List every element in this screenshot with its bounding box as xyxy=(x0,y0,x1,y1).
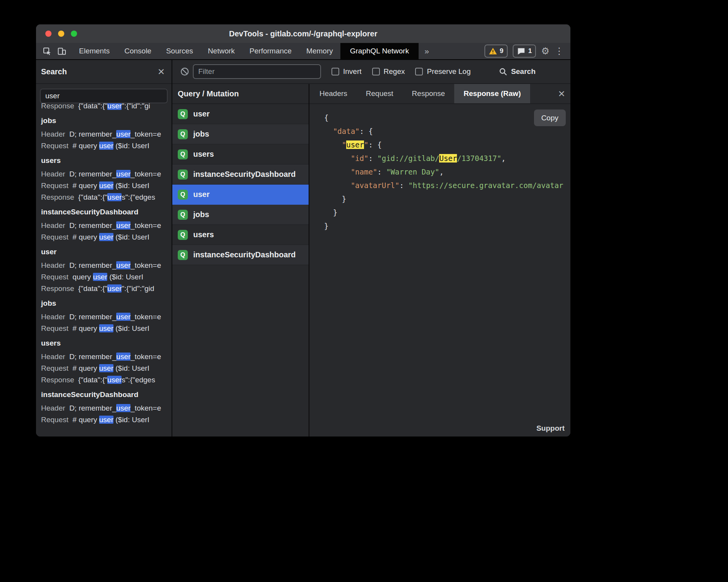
json-line: { xyxy=(324,111,570,125)
search-panel-header: Search × xyxy=(36,60,172,84)
json-line: "avatarUrl": "https://secure.gravatar.co… xyxy=(324,179,570,192)
titlebar: DevTools - gitlab.com/-/graphql-explorer xyxy=(36,24,570,43)
response-tabs: Headers Request Response Response (Raw) … xyxy=(309,84,570,104)
query-badge-icon: Q xyxy=(178,169,188,180)
query-label: users xyxy=(193,150,214,159)
json-line: "user": { xyxy=(324,138,570,152)
tab-sources[interactable]: Sources xyxy=(159,43,201,59)
tab-response[interactable]: Response xyxy=(403,84,455,103)
search-result-line[interactable]: Request query user ($id: UserI xyxy=(41,271,172,283)
preserve-log-label: Preserve Log xyxy=(427,67,470,76)
search-result-line[interactable]: Request # query user ($id: UserI xyxy=(41,140,172,152)
checkbox-box xyxy=(331,68,339,75)
search-input[interactable] xyxy=(40,89,168,103)
search-toggle[interactable]: Search xyxy=(498,67,536,76)
support-link[interactable]: Support xyxy=(536,424,565,433)
close-detail-icon[interactable]: × xyxy=(558,88,565,99)
tab-console[interactable]: Console xyxy=(117,43,159,59)
search-result-line[interactable]: Response {"data":{"users":{"edges xyxy=(41,374,172,386)
close-window-button[interactable] xyxy=(45,31,52,37)
content: Search × Response {"data":{"user":{"id":… xyxy=(36,60,570,436)
search-result-line[interactable]: Response {"data":{"users":{"edges xyxy=(41,192,172,203)
search-result-group: jobs Header D; remember_user_token=e Req… xyxy=(41,298,172,334)
query-list-item[interactable]: Q jobs xyxy=(172,205,309,225)
search-result-line[interactable]: Response {"data":{"user":{"id":"gi xyxy=(41,103,172,112)
search-result-line[interactable]: Request # query user ($id: UserI xyxy=(41,231,172,243)
toolbar-right: 9 1 ⚙ ⋮ xyxy=(484,43,570,59)
issue-count: 1 xyxy=(528,47,532,55)
query-list-item[interactable]: Q user xyxy=(172,104,309,124)
response-raw-view: Copy { "data": { "user": { "id": "gid://… xyxy=(309,104,570,436)
regex-checkbox[interactable]: Regex xyxy=(372,67,405,76)
search-result-line[interactable]: Header D; remember_user_token=e xyxy=(41,168,172,180)
search-result-group: instanceSecurityDashboard Header D; reme… xyxy=(41,389,172,426)
search-result-group: user Header D; remember_user_token=e Req… xyxy=(41,246,172,294)
result-group-title: users xyxy=(41,155,172,166)
inspect-element-icon[interactable] xyxy=(41,43,53,59)
copy-button[interactable]: Copy xyxy=(534,110,566,126)
query-label: jobs xyxy=(193,130,209,139)
query-list-header: Query / Mutation xyxy=(172,84,309,104)
toolbar-tabs: Elements Console Sources Network Perform… xyxy=(72,43,435,59)
search-result-line[interactable]: Request # query user ($id: UserI xyxy=(41,323,172,334)
tab-request[interactable]: Request xyxy=(357,84,403,103)
query-list-panel: Query / Mutation Q user Q jobs Q users xyxy=(172,84,309,436)
query-list-item[interactable]: Q users xyxy=(172,225,309,245)
screen: DevTools - gitlab.com/-/graphql-explorer… xyxy=(0,0,728,582)
warnings-badge[interactable]: 9 xyxy=(484,45,508,58)
checkbox-box xyxy=(415,68,423,75)
device-toolbar-icon[interactable] xyxy=(55,43,68,59)
clear-icon[interactable] xyxy=(180,67,190,77)
search-result-line[interactable]: Request # query user ($id: UserI xyxy=(41,363,172,374)
tab-response-raw[interactable]: Response (Raw) xyxy=(454,84,530,103)
tab-network[interactable]: Network xyxy=(201,43,242,59)
result-group-title: users xyxy=(41,337,172,349)
tab-graphql-network[interactable]: GraphQL Network xyxy=(340,43,419,59)
more-tabs-icon[interactable]: » xyxy=(419,43,435,59)
issues-badge[interactable]: 1 xyxy=(513,45,536,58)
devtools-toolbar: Elements Console Sources Network Perform… xyxy=(36,43,570,60)
window-title: DevTools - gitlab.com/-/graphql-explorer xyxy=(36,29,570,38)
search-icon xyxy=(498,67,508,76)
query-list-item[interactable]: Q jobs xyxy=(172,124,309,144)
invert-checkbox[interactable]: Invert xyxy=(331,67,362,76)
query-list-item[interactable]: Q instanceSecurityDashboard xyxy=(172,245,309,265)
traffic-lights xyxy=(45,31,77,37)
search-result-line[interactable]: Header D; remember_user_token=e xyxy=(41,351,172,363)
tab-headers[interactable]: Headers xyxy=(310,84,357,103)
tab-elements[interactable]: Elements xyxy=(72,43,117,59)
json-line: } xyxy=(324,206,570,219)
settings-gear-icon[interactable]: ⚙ xyxy=(541,46,549,56)
query-list-item-selected[interactable]: Q user xyxy=(172,185,309,205)
search-box-wrap xyxy=(36,84,172,103)
filter-input[interactable] xyxy=(193,64,321,79)
close-search-icon[interactable]: × xyxy=(158,66,165,77)
minimize-window-button[interactable] xyxy=(58,31,64,37)
result-group-title: user xyxy=(41,246,172,258)
fullscreen-window-button[interactable] xyxy=(71,31,77,37)
invert-label: Invert xyxy=(343,67,362,76)
search-result-line[interactable]: Header D; remember_user_token=e xyxy=(41,402,172,414)
search-result-line[interactable]: Header D; remember_user_token=e xyxy=(41,311,172,323)
search-result-line[interactable]: Header D; remember_user_token=e xyxy=(41,260,172,271)
query-list-item[interactable]: Q users xyxy=(172,144,309,164)
search-result-line[interactable]: Request # query user ($id: UserI xyxy=(41,414,172,426)
search-panel: Search × Response {"data":{"user":{"id":… xyxy=(36,60,172,436)
query-badge-icon: Q xyxy=(178,190,188,200)
more-menu-icon[interactable]: ⋮ xyxy=(555,46,564,56)
search-result-line[interactable]: Response {"data":{"user":{"id":"gid xyxy=(41,283,172,294)
search-result-line[interactable]: Request # query user ($id: UserI xyxy=(41,180,172,192)
search-result-line[interactable]: Header D; remember_user_token=e xyxy=(41,128,172,140)
search-result-group: instanceSecurityDashboard Header D; reme… xyxy=(41,206,172,243)
tab-memory[interactable]: Memory xyxy=(299,43,340,59)
preserve-log-checkbox[interactable]: Preserve Log xyxy=(415,67,470,76)
result-group-title: instanceSecurityDashboard xyxy=(41,206,172,218)
json-line: } xyxy=(324,219,570,233)
search-result-line[interactable]: Header D; remember_user_token=e xyxy=(41,220,172,231)
json-line: "data": { xyxy=(324,125,570,138)
query-list-item[interactable]: Q instanceSecurityDashboard xyxy=(172,164,309,185)
main-row: Query / Mutation Q user Q jobs Q users xyxy=(172,84,570,436)
query-badge-icon: Q xyxy=(178,250,188,260)
checkbox-box xyxy=(372,68,380,75)
tab-performance[interactable]: Performance xyxy=(242,43,299,59)
